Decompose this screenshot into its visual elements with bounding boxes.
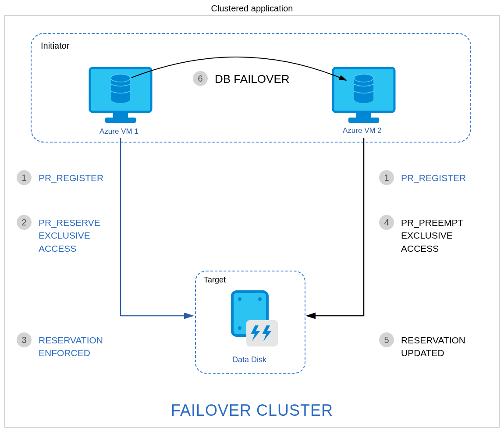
- initiator-label: Initiator: [41, 41, 70, 51]
- step-6-badge: 6: [193, 71, 208, 86]
- step-1-right-badge: 1: [379, 170, 394, 185]
- step-3-text: RESERVATION ENFORCED: [39, 334, 103, 360]
- initiator-container: [31, 33, 471, 143]
- step-1-left-text: PR_REGISTER: [39, 171, 103, 184]
- target-label: Target: [204, 275, 226, 285]
- failover-cluster-title: FAILOVER CLUSTER: [0, 401, 504, 420]
- step-1-right-text: PR_REGISTER: [401, 171, 466, 184]
- vm1-label: Azure VM 1: [99, 127, 138, 136]
- step-2-text: PR_RESERVE EXCLUSIVE ACCESS: [39, 216, 100, 255]
- db-failover-label: DB FAILOVER: [215, 72, 290, 86]
- step-1-left-badge: 1: [17, 170, 32, 185]
- vm2-label: Azure VM 2: [343, 126, 382, 135]
- step-4-badge: 4: [379, 215, 394, 230]
- step-5-badge: 5: [379, 332, 394, 347]
- diagram-title: Clustered application: [0, 4, 504, 14]
- step-2-badge: 2: [17, 215, 32, 230]
- data-disk-label: Data Disk: [232, 355, 266, 364]
- step-3-badge: 3: [17, 332, 32, 347]
- step-5-text: RESERVATION UPDATED: [401, 334, 465, 360]
- step-4-text: PR_PREEMPT EXCLUSIVE ACCESS: [401, 216, 463, 255]
